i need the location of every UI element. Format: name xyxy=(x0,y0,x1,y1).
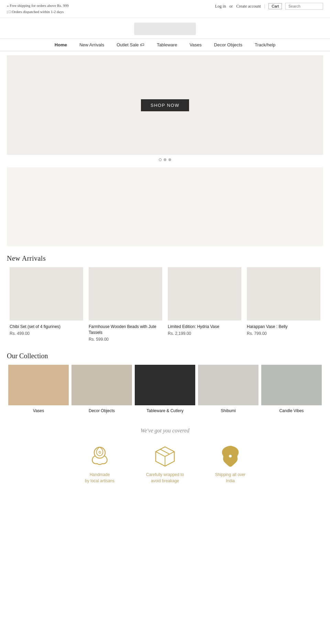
login-link[interactable]: Log in xyxy=(215,4,226,9)
covered-label-handmade: Handmadeby local artisans xyxy=(77,472,122,484)
search-input[interactable] xyxy=(285,3,323,10)
or-text: or xyxy=(229,4,233,9)
products-row: Chibi Set (set of 4 figurines) Rs. 499.0… xyxy=(0,267,330,342)
covered-item-handmade: Handmadeby local artisans xyxy=(77,444,122,484)
new-arrivals-title: New Arrivals xyxy=(7,255,323,262)
banner2 xyxy=(7,167,323,246)
covered-section: We've got you covered Handmadeby local a… xyxy=(0,414,330,494)
product-img-3 xyxy=(168,267,241,320)
nav-home[interactable]: Home xyxy=(48,42,73,47)
shop-now-button[interactable]: SHOP NOW xyxy=(141,99,189,111)
covered-label-shipping: Shipping all overIndia xyxy=(208,472,253,484)
product-img-1 xyxy=(10,267,83,320)
india-icon xyxy=(218,444,242,468)
svg-point-0 xyxy=(94,447,105,458)
product-img-2 xyxy=(89,267,162,320)
product-price-1: Rs. 499.00 xyxy=(10,331,83,336)
product-price-3: Rs. 2,199.00 xyxy=(168,331,241,336)
dot-3[interactable] xyxy=(168,158,171,161)
nav-decor-objects[interactable]: Decor Objects xyxy=(208,42,249,47)
dispatch-text: | □ Orders dispatched within 1-2 days xyxy=(7,9,69,15)
covered-title: We've got you covered xyxy=(7,428,323,434)
product-name-1: Chibi Set (set of 4 figurines) xyxy=(10,324,83,330)
collection-item-decor[interactable]: Decor Objects xyxy=(70,365,133,414)
nav-outlet-sale[interactable]: Outlet Sale 🏷 xyxy=(110,42,151,47)
nav-vases[interactable]: Vases xyxy=(183,42,208,47)
nav-track-help[interactable]: Track/help xyxy=(249,42,282,47)
product-card-2[interactable]: Farmhouse Wooden Beads with Jute Tassels… xyxy=(86,267,165,342)
svg-line-5 xyxy=(160,449,169,454)
collection-label-shibumi: Shibumi xyxy=(198,408,258,414)
covered-item-shipping: Shipping all overIndia xyxy=(208,444,253,484)
top-bar: » Free shipping for orders above Rs. 999… xyxy=(0,0,330,18)
product-name-3: Limited Edition: Hydria Vase xyxy=(168,324,241,330)
our-collection: Our Collection Vases Decor Objects Table… xyxy=(0,352,330,414)
logo xyxy=(134,23,196,35)
dot-2[interactable] xyxy=(164,158,166,161)
collection-item-shibumi[interactable]: Shibumi xyxy=(197,365,260,414)
nav-tableware[interactable]: Tableware xyxy=(151,42,183,47)
collection-item-vases[interactable]: Vases xyxy=(7,365,70,414)
nav-new-arrivals[interactable]: New Arrivals xyxy=(73,42,110,47)
shipping-info: » Free shipping for orders above Rs. 999… xyxy=(7,3,69,15)
covered-icons: Handmadeby local artisans Carefully wrap… xyxy=(7,444,323,484)
svg-line-2 xyxy=(156,452,165,456)
covered-item-wrapped: Carefully wrapped toavoid breakage xyxy=(143,444,187,484)
divider: | xyxy=(264,4,265,9)
product-img-4 xyxy=(247,267,320,320)
collection-row: Vases Decor Objects Tableware & Cutlery … xyxy=(0,365,330,414)
collection-img-vases xyxy=(8,365,69,405)
collection-item-tableware[interactable]: Tableware & Cutlery xyxy=(133,365,197,414)
product-name-4: Harappan Vase : Belly xyxy=(247,324,320,330)
shipping-text: » Free shipping for orders above Rs. 999 xyxy=(7,3,69,9)
product-name-2: Farmhouse Wooden Beads with Jute Tassels xyxy=(89,324,162,336)
main-nav: Home New Arrivals Outlet Sale 🏷 Tablewar… xyxy=(0,38,330,51)
product-card-3[interactable]: Limited Edition: Hydria Vase Rs. 2,199.0… xyxy=(165,267,244,342)
hero-carousel: SHOP NOW xyxy=(7,55,323,155)
svg-point-6 xyxy=(229,455,232,457)
product-card-1[interactable]: Chibi Set (set of 4 figurines) Rs. 499.0… xyxy=(7,267,86,342)
collection-img-decor xyxy=(72,365,132,405)
product-price-4: Rs. 799.00 xyxy=(247,331,320,336)
collection-img-candle xyxy=(261,365,322,405)
collection-item-candle[interactable]: Candle Vibes xyxy=(260,365,323,414)
carousel-dots xyxy=(0,155,330,165)
collection-label-vases: Vases xyxy=(8,408,69,414)
product-price-2: Rs. 599.00 xyxy=(89,337,162,342)
collection-title: Our Collection xyxy=(7,352,323,360)
dot-1[interactable] xyxy=(159,158,162,161)
hands-icon xyxy=(88,444,112,468)
product-card-4[interactable]: Harappan Vase : Belly Rs. 799.00 xyxy=(244,267,323,342)
top-bar-right: Log in or Create account | Cart xyxy=(215,3,323,10)
covered-label-wrapped: Carefully wrapped toavoid breakage xyxy=(143,472,187,484)
collection-img-tableware xyxy=(135,365,195,405)
collection-label-decor: Decor Objects xyxy=(72,408,132,414)
create-account-link[interactable]: Create account xyxy=(236,4,261,9)
box-icon xyxy=(153,444,177,468)
collection-img-shibumi xyxy=(198,365,258,405)
cart-button[interactable]: Cart xyxy=(268,3,282,9)
collection-label-tableware: Tableware & Cutlery xyxy=(135,408,195,414)
collection-label-candle: Candle Vibes xyxy=(261,408,322,414)
logo-area xyxy=(0,18,330,38)
